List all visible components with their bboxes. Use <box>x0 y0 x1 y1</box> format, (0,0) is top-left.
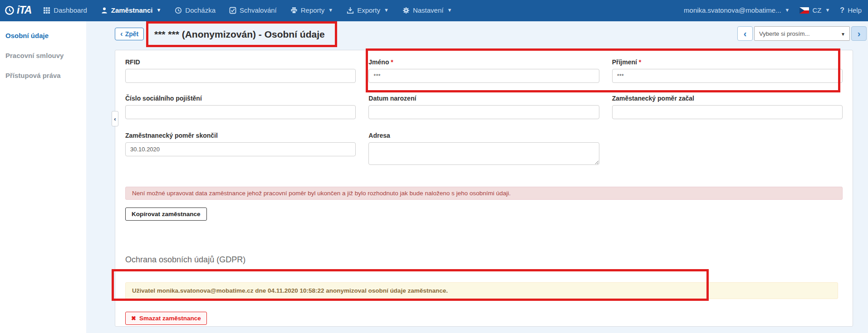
back-button[interactable]: ‹ Zpět <box>115 28 144 40</box>
datum-narozeni-field: Datum narození <box>368 95 599 119</box>
delete-employee-button[interactable]: ✖ Smazat zaměstnance <box>125 312 207 325</box>
nav-label: Nastavení <box>413 6 444 14</box>
gear-icon <box>402 7 410 14</box>
printer-icon <box>290 7 298 14</box>
caret-down-icon: ▼ <box>841 32 845 37</box>
locked-warning-alert: Není možné upravovat data zaměstnance je… <box>125 187 843 200</box>
user-menu[interactable]: monika.svatonova@mobatime... ▼ <box>684 6 790 14</box>
clock-logo-icon <box>5 5 15 15</box>
prijmeni-label: Příjmení * <box>612 58 843 66</box>
cislo-soc-input[interactable] <box>125 105 356 119</box>
help-link[interactable]: ? Help <box>840 6 862 14</box>
cislo-soc-field: Číslo sociálního pojištění <box>125 95 356 119</box>
caret-down-icon: ▼ <box>447 8 452 13</box>
nav-label: Docházka <box>185 6 216 14</box>
nav-label: Exporty <box>357 6 380 14</box>
employee-next-button[interactable]: › <box>851 26 867 41</box>
employee-select[interactable]: Vyberte si prosím... ▼ <box>754 26 850 41</box>
copy-employee-button[interactable]: Kopírovat zaměstnance <box>125 208 207 221</box>
required-asterisk: * <box>639 58 641 66</box>
user-email-label: monika.svatonova@mobatime... <box>684 6 781 14</box>
chevron-left-icon: ‹ <box>114 116 116 122</box>
gdpr-log-alert: Uživatel monika.svatonova@mobatime.cz dn… <box>125 282 838 299</box>
employee-select-value: Vyberte si prosím... <box>759 30 810 37</box>
adresa-textarea[interactable] <box>368 142 599 165</box>
sidebar: Osobní údaje Pracovní smlouvy Přístupová… <box>0 21 86 333</box>
chevron-left-icon: ‹ <box>744 29 747 39</box>
jmeno-field: Jméno * <box>368 58 599 83</box>
app-logo[interactable]: iTA <box>5 4 31 16</box>
sidebar-item-label: Pracovní smlouvy <box>5 52 64 59</box>
nav-item-dochazka[interactable]: Docházka <box>175 6 216 14</box>
form-row-1: RFID Jméno * Příjmení * <box>125 58 843 83</box>
caret-down-icon: ▼ <box>156 8 161 13</box>
language-menu[interactable]: CZ ▼ <box>799 6 830 14</box>
back-button-label: Zpět <box>125 30 139 38</box>
question-mark-icon: ? <box>840 6 844 14</box>
logo-text: iTA <box>17 4 31 16</box>
pomer-zacal-input[interactable] <box>612 105 843 119</box>
nav-label: Schvalování <box>240 6 277 14</box>
form-row-3: Zaměstnanecký poměr skončil Adresa <box>125 132 843 167</box>
delete-button-label: Smazat zaměstnance <box>139 315 201 322</box>
rfid-field: RFID <box>125 58 356 83</box>
sidebar-collapse-handle[interactable]: ‹ <box>112 111 118 126</box>
sidebar-item-pracovni-smlouvy[interactable]: Pracovní smlouvy <box>0 48 86 63</box>
check-square-icon <box>229 7 236 14</box>
employee-prev-button[interactable]: ‹ <box>737 26 753 41</box>
pomer-skoncil-field: Zaměstnanecký poměr skončil <box>125 132 356 167</box>
caret-down-icon: ▼ <box>328 8 333 13</box>
gdpr-heading: Ochrana osobních údajů (GDPR) <box>125 255 843 265</box>
nav-label: Zaměstnanci <box>111 6 153 14</box>
clock-icon <box>175 7 182 14</box>
nav-item-zamestnanci[interactable]: Zaměstnanci ▼ <box>101 6 162 14</box>
datum-narozeni-input[interactable] <box>368 105 599 119</box>
pomer-zacal-field: Zaměstanecký poměr začal <box>612 95 843 119</box>
prijmeni-field: Příjmení * <box>612 58 843 83</box>
top-navbar: iTA Dashboard Zaměstnanci ▼ <box>0 0 868 21</box>
adresa-field: Adresa <box>368 132 599 167</box>
datum-narozeni-label: Datum narození <box>368 95 599 102</box>
sidebar-item-label: Přístupová práva <box>5 72 61 79</box>
prijmeni-input[interactable] <box>612 69 843 83</box>
sidebar-item-osobni-udaje[interactable]: Osobní údaje <box>0 28 86 43</box>
nav-item-schvalovani[interactable]: Schvalování <box>229 6 277 14</box>
nav-label: Reporty <box>301 6 325 14</box>
nav-item-reporty[interactable]: Reporty ▼ <box>290 6 333 14</box>
sidebar-item-pristupova-prava[interactable]: Přístupová práva <box>0 68 86 83</box>
jmeno-input[interactable] <box>368 69 599 83</box>
rfid-label: RFID <box>125 58 356 66</box>
export-icon <box>347 7 354 14</box>
jmeno-label: Jméno * <box>368 58 599 66</box>
nav-item-dashboard[interactable]: Dashboard <box>43 6 87 14</box>
form-row-2: Číslo sociálního pojištění Datum narozen… <box>125 95 843 119</box>
language-label: CZ <box>812 6 821 14</box>
adresa-label: Adresa <box>368 132 599 139</box>
pomer-skoncil-input[interactable] <box>125 142 356 156</box>
czech-flag-icon <box>799 7 809 14</box>
caret-down-icon: ▼ <box>384 8 389 13</box>
pomer-skoncil-label: Zaměstnanecký poměr skončil <box>125 132 356 139</box>
pomer-zacal-label: Zaměstanecký poměr začal <box>612 95 843 102</box>
nav-item-nastaveni[interactable]: Nastavení ▼ <box>402 6 452 14</box>
person-icon <box>101 7 108 14</box>
cislo-soc-label: Číslo sociálního pojištění <box>125 95 356 102</box>
x-icon: ✖ <box>131 315 136 322</box>
required-asterisk: * <box>391 58 393 66</box>
grid-icon <box>43 7 50 14</box>
rfid-input[interactable] <box>125 69 356 83</box>
caret-down-icon: ▼ <box>825 8 830 13</box>
caret-down-icon: ▼ <box>785 8 790 13</box>
nav-label: Dashboard <box>54 6 87 14</box>
page-title: *** *** (Anonymizován) - Osobní údaje <box>154 29 325 40</box>
chevron-right-icon: › <box>858 29 861 39</box>
chevron-left-icon: ‹ <box>120 30 123 38</box>
nav-item-exporty[interactable]: Exporty ▼ <box>347 6 389 14</box>
sidebar-item-label: Osobní údaje <box>5 32 49 39</box>
content-card: ‹ RFID Jméno * Příjmení * <box>115 50 853 327</box>
help-label: Help <box>848 6 862 14</box>
